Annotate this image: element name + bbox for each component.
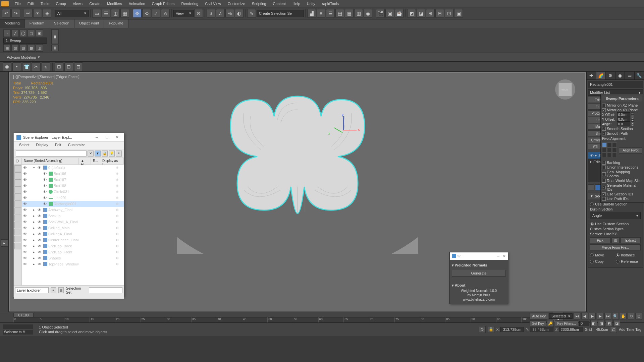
- eye-icon[interactable]: 👁: [43, 202, 48, 206]
- visibility-icon[interactable]: 👁: [23, 232, 28, 236]
- nav-pan-button[interactable]: ✋: [620, 313, 627, 319]
- x-coord[interactable]: X:-313.739cm: [496, 327, 524, 332]
- menu-views[interactable]: Views: [69, 1, 86, 7]
- visibility-icon[interactable]: 👁: [23, 172, 28, 176]
- visibility-icon[interactable]: 👁: [23, 202, 28, 206]
- wn-close-button[interactable]: ✕: [503, 254, 506, 258]
- weighted-normals-window[interactable]: W... ─ ✕ ▾ Weighted Normals Generate ▾ A…: [449, 252, 508, 304]
- gutter-play-button[interactable]: ▸: [1, 239, 8, 247]
- snap-toggle-button[interactable]: 3: [207, 9, 215, 18]
- visibility-icon[interactable]: 👁: [23, 244, 28, 248]
- align-pivot-button[interactable]: Align Pivot: [619, 147, 642, 154]
- viewcube[interactable]: FRONT: [555, 79, 575, 100]
- layers-button[interactable]: ☰: [326, 9, 335, 18]
- smooth-path-check[interactable]: Smooth Path: [602, 131, 642, 136]
- mirror-xz-check[interactable]: Mirror on XZ Plane: [602, 103, 642, 108]
- menu-rendering[interactable]: Rendering: [178, 1, 202, 7]
- pick-button[interactable]: Pick: [590, 237, 610, 243]
- maxscript-mini[interactable]: [3, 324, 33, 329]
- expand-icon[interactable]: ▸: [33, 262, 37, 266]
- redo-button[interactable]: ↷: [11, 9, 20, 18]
- eye-icon[interactable]: 👁: [43, 178, 48, 182]
- select-button[interactable]: ▭: [92, 9, 101, 18]
- use-path-ids-check[interactable]: Use Path IDs: [602, 196, 642, 201]
- tree-row-centerpiece-final[interactable]: 👁▸👁CenterPiece_Final❄: [22, 237, 124, 243]
- placement-button[interactable]: ⎋: [161, 9, 170, 18]
- freeze-icon[interactable]: ❄: [116, 262, 122, 266]
- wn-header[interactable]: ▾ Weighted Normals: [452, 262, 506, 268]
- bind-button[interactable]: ◈: [43, 9, 51, 18]
- eye-icon[interactable]: 👁: [38, 256, 42, 260]
- builtin-section-dropdown[interactable]: Angle▾: [590, 212, 641, 219]
- viewport-label[interactable]: [+][Perspective][Standard][Edged Faces]: [13, 75, 79, 79]
- menu-customize[interactable]: Customize: [224, 1, 249, 7]
- filter-lock-button[interactable]: 🔒: [102, 150, 108, 157]
- toolrow-1[interactable]: ◉: [3, 62, 11, 71]
- render-button[interactable]: ☕: [395, 9, 404, 18]
- use-custom-radio[interactable]: Use Custom Section: [590, 221, 641, 227]
- link-button[interactable]: ⚯: [24, 9, 33, 18]
- timeline[interactable]: 0 / 100 05101520253035404550556065707580…: [0, 312, 644, 322]
- side-9[interactable]: [14, 222, 21, 228]
- subobj-border-button[interactable]: ◯: [19, 29, 27, 37]
- percent-snap-button[interactable]: %: [225, 9, 234, 18]
- tree-row-box198[interactable]: 👁👁Box198❄: [22, 183, 124, 189]
- wn-generate-button[interactable]: Generate: [452, 270, 506, 277]
- subobj-poly-button[interactable]: ▢: [28, 29, 35, 37]
- ribbon-tab-objectpaint[interactable]: Object Paint: [74, 19, 104, 28]
- col-frozen[interactable]: ▲ Fr...: [79, 158, 91, 164]
- freeze-icon[interactable]: ❄: [116, 232, 122, 236]
- col-display[interactable]: Display as B...: [100, 158, 124, 164]
- sub-c-button[interactable]: ▨: [19, 44, 27, 52]
- freeze-icon[interactable]: ❄: [116, 238, 122, 242]
- side-3[interactable]: [14, 179, 21, 186]
- visibility-icon[interactable]: 👁: [23, 184, 28, 188]
- eye-icon[interactable]: 👁: [43, 196, 48, 200]
- tree-row-archway-final[interactable]: 👁▸👁Archway_Final❄: [22, 207, 124, 213]
- goto-start-button[interactable]: ⏮: [574, 313, 580, 319]
- wn-about-header[interactable]: ▾ About: [452, 282, 506, 289]
- sub-e-button[interactable]: ◫: [36, 44, 43, 52]
- expand-icon[interactable]: ▸: [33, 208, 37, 212]
- tree-row-circle031[interactable]: 👁👁Circle031❄: [22, 189, 124, 195]
- eye-icon[interactable]: 👁: [43, 190, 48, 194]
- side-1[interactable]: [14, 165, 21, 172]
- eye-icon[interactable]: 👁: [43, 184, 48, 188]
- scene-explorer-window[interactable]: Scene Explorer - Layer Expl... ─ ☐ ✕ Sel…: [13, 133, 124, 297]
- ribbon-tab-selection[interactable]: Selection: [49, 19, 74, 28]
- side-4[interactable]: [14, 186, 21, 193]
- freeze-icon[interactable]: ❄: [116, 226, 122, 230]
- toolrow-8[interactable]: ⊡: [74, 62, 83, 71]
- expand-icon[interactable]: ▸: [33, 232, 37, 236]
- visibility-icon[interactable]: 👁: [23, 208, 28, 212]
- ribbon-tab-modeling[interactable]: Modeling: [0, 19, 25, 28]
- tab-display[interactable]: ▭: [625, 72, 635, 79]
- nav-orbit-button[interactable]: ⟲: [628, 313, 634, 319]
- autokey-button[interactable]: Auto Key: [530, 313, 548, 319]
- ribbon-preview-button[interactable]: ▮: [51, 29, 59, 44]
- menu-tools[interactable]: Tools: [37, 1, 53, 7]
- toolrow-7[interactable]: ⊟: [64, 62, 73, 71]
- window-crossing-button[interactable]: ▦: [120, 9, 129, 18]
- ribbon-toggle-button[interactable]: ▯: [51, 45, 59, 51]
- tree-row-0--default-[interactable]: 👁▾👁0 (default)❄: [22, 165, 124, 171]
- unlink-button[interactable]: ⚮: [33, 9, 42, 18]
- align-button[interactable]: ≡: [317, 9, 325, 18]
- select-name-button[interactable]: ☰: [102, 9, 110, 18]
- tree-row-endcap-front[interactable]: 👁▸👁EndCap_Front❄: [22, 249, 124, 255]
- freeze-icon[interactable]: ❄: [116, 214, 122, 218]
- smooth-section-check[interactable]: Smooth Section: [602, 126, 642, 131]
- col-r[interactable]: R...: [91, 158, 100, 164]
- visibility-icon[interactable]: 👁: [23, 166, 28, 170]
- menu-grapheditors[interactable]: Graph Editors: [149, 1, 178, 7]
- explorer-menu-select[interactable]: Select: [16, 142, 33, 149]
- app-icon[interactable]: [1, 1, 9, 6]
- extra4-button[interactable]: ⊟: [435, 9, 444, 18]
- eye-icon[interactable]: 👁: [38, 166, 42, 170]
- tree-row-rectangle001[interactable]: 👁👁Rectangle001❄: [22, 201, 124, 207]
- instance-radio[interactable]: Instance: [616, 252, 641, 258]
- explorer-titlebar[interactable]: Scene Explorer - Layer Expl... ─ ☐ ✕: [14, 133, 124, 142]
- mirror-button[interactable]: ▟: [307, 9, 316, 18]
- filter-clear-button[interactable]: ✕: [88, 150, 94, 157]
- menu-edit[interactable]: Edit: [24, 1, 37, 7]
